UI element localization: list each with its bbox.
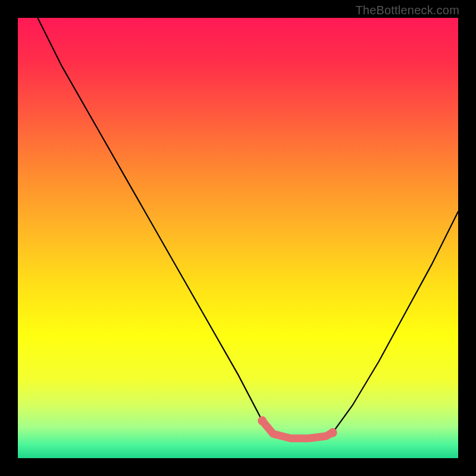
watermark-text: TheBottleneck.com <box>355 4 459 17</box>
bottleneck-curve <box>37 18 458 439</box>
curve-layer <box>18 18 458 458</box>
plot-area <box>18 18 458 458</box>
highlight-band <box>262 421 333 439</box>
highlight-dot <box>328 428 337 437</box>
chart-stage: TheBottleneck.com <box>0 0 476 476</box>
highlight-dot <box>258 416 267 425</box>
